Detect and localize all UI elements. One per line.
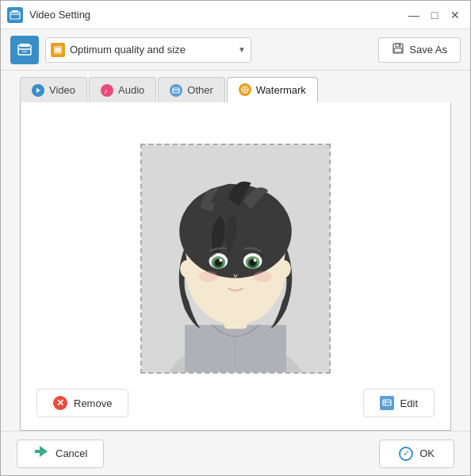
cancel-icon — [33, 443, 49, 463]
svg-rect-9 — [55, 50, 61, 52]
other-tab-icon — [170, 84, 182, 97]
cancel-label: Cancel — [56, 447, 87, 459]
title-bar: Video Setting — □ ✕ — [1, 1, 470, 29]
app-icon-button[interactable] — [10, 36, 39, 64]
watermark-image-area — [140, 144, 331, 374]
svg-marker-14 — [36, 88, 40, 93]
main-window: Video Setting — □ ✕ — [0, 0, 471, 476]
window-controls: — □ ✕ — [405, 6, 464, 24]
svg-point-41 — [278, 259, 291, 277]
tab-other[interactable]: Other — [158, 77, 225, 102]
audio-tab-icon: ♪ — [101, 84, 113, 97]
dropdown-arrow-icon: ▼ — [238, 45, 246, 54]
close-button[interactable]: ✕ — [446, 6, 464, 24]
video-tab-icon — [32, 84, 44, 97]
svg-point-40 — [180, 259, 193, 277]
footer: Cancel ✓ OK — [1, 431, 470, 475]
ok-label: OK — [419, 447, 435, 459]
svg-point-38 — [199, 271, 218, 282]
cancel-button[interactable]: Cancel — [17, 440, 104, 468]
watermark-tab-icon — [239, 83, 251, 96]
svg-rect-12 — [394, 48, 402, 52]
svg-point-39 — [254, 271, 273, 282]
save-as-button[interactable]: Save As — [378, 37, 461, 63]
preset-icon — [51, 43, 65, 57]
svg-rect-0 — [10, 12, 20, 19]
edit-label: Edit — [400, 397, 418, 409]
save-as-label: Save As — [409, 44, 447, 56]
remove-icon: ✕ — [53, 396, 67, 410]
svg-point-37 — [254, 259, 257, 262]
watermark-content: ✕ Remove Edit — [20, 102, 451, 431]
edit-button[interactable]: Edit — [363, 389, 435, 417]
content-wrapper: Video ♪ Audio Other — [10, 71, 461, 431]
svg-text:♪: ♪ — [104, 87, 108, 94]
svg-rect-13 — [399, 44, 400, 46]
ok-icon: ✓ — [399, 447, 413, 461]
tab-watermark[interactable]: Watermark — [227, 77, 318, 102]
tab-watermark-label: Watermark — [256, 84, 306, 96]
tab-audio[interactable]: ♪ Audio — [89, 77, 156, 102]
maximize-button[interactable]: □ — [426, 6, 443, 24]
preset-label: Optimum quality and size — [70, 44, 233, 56]
tab-audio-label: Audio — [118, 84, 144, 96]
svg-point-32 — [219, 259, 222, 262]
svg-rect-8 — [55, 48, 61, 50]
app-icon — [7, 7, 23, 23]
tab-other-label: Other — [187, 84, 213, 96]
svg-marker-45 — [35, 446, 48, 457]
toolbar: Optimum quality and size ▼ Save As — [1, 29, 470, 71]
tabs-bar: Video ♪ Audio Other — [10, 71, 461, 102]
action-buttons: ✕ Remove Edit — [21, 389, 450, 417]
ok-button[interactable]: ✓ OK — [379, 440, 454, 468]
minimize-button[interactable]: — — [405, 6, 423, 24]
svg-rect-1 — [12, 10, 18, 13]
svg-rect-4 — [20, 44, 29, 47]
preset-dropdown[interactable]: Optimum quality and size ▼ — [45, 37, 251, 63]
edit-icon — [380, 396, 394, 410]
tab-video-label: Video — [49, 84, 75, 96]
toolbar-left: Optimum quality and size ▼ — [10, 36, 251, 64]
remove-button[interactable]: ✕ Remove — [36, 389, 128, 417]
window-title: Video Setting — [29, 9, 405, 21]
tab-video[interactable]: Video — [20, 77, 87, 102]
svg-rect-7 — [54, 46, 62, 54]
remove-label: Remove — [74, 397, 112, 409]
save-as-icon — [392, 42, 404, 57]
